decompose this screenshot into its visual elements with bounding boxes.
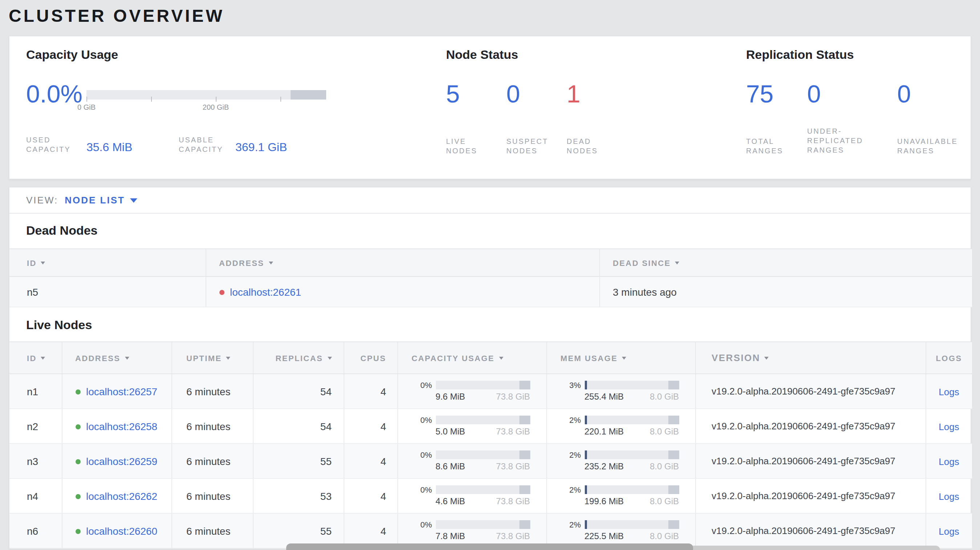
node-logs-link[interactable]: Logs xyxy=(939,526,959,537)
live-nodes-count: 5 xyxy=(446,80,506,108)
node-version: v19.2.0-alpha.20190606-2491-gfe735c9a97 xyxy=(695,443,926,478)
node-address-cell: localhost:26260 xyxy=(62,513,172,548)
node-address-link[interactable]: localhost:26257 xyxy=(86,386,157,398)
node-logs-link[interactable]: Logs xyxy=(939,386,959,397)
node-address-cell: localhost:26261 xyxy=(205,277,599,307)
node-mem-usage-cell: 2% 199.6 MiB 8.0 GiB xyxy=(546,478,695,513)
node-address-cell: localhost:26258 xyxy=(62,409,172,443)
live-node-row: n6 localhost:26260 6 minutes 55 4 0% 7.8… xyxy=(10,513,972,548)
capacity-axis-tick xyxy=(86,97,87,102)
dead-nodes-heading: Dead Nodes xyxy=(26,223,970,240)
mem-usage-fill xyxy=(584,416,587,424)
live-col-version[interactable]: VERSION xyxy=(695,342,926,374)
mem-used-value: 220.1 MiB xyxy=(584,426,624,437)
node-live-status-dot xyxy=(75,459,80,464)
live-node-row: n4 localhost:26262 6 minutes 53 4 0% 4.6… xyxy=(10,478,972,513)
dead-col-dead-since[interactable]: DEAD SINCE xyxy=(599,249,972,277)
capacity-total-value: 73.8 GiB xyxy=(496,426,530,437)
capacity-usage-bar xyxy=(436,416,530,424)
node-logs-cell: Logs xyxy=(926,443,972,478)
mem-total-value: 8.0 GiB xyxy=(650,496,679,506)
capacity-used-value: 5.0 MiB xyxy=(436,426,465,437)
live-col-cpus: CPUS xyxy=(344,342,398,374)
mem-usage-fill xyxy=(584,485,587,494)
capacity-percent: 0% xyxy=(412,416,432,424)
sort-arrow-icon xyxy=(124,356,129,359)
stat-under-replicated-ranges: 0 UNDER- REPLICATED RANGES xyxy=(807,80,897,156)
live-col-uptime[interactable]: UPTIME xyxy=(172,342,253,374)
under-replicated-ranges-label: UNDER- REPLICATED RANGES xyxy=(807,126,897,155)
node-logs-link[interactable]: Logs xyxy=(939,421,959,432)
replication-status-heading: Replication Status xyxy=(746,46,854,64)
live-col-logs: LOGS xyxy=(926,342,972,374)
usable-capacity-value: 369.1 GiB xyxy=(235,140,287,155)
mem-percent: 2% xyxy=(560,450,581,459)
node-address-link[interactable]: localhost:26261 xyxy=(230,287,301,298)
mem-usage-fill xyxy=(584,520,587,529)
capacity-used-value: 7.8 MiB xyxy=(436,531,465,541)
node-cpus: 4 xyxy=(344,409,398,443)
node-replicas: 54 xyxy=(253,374,344,409)
node-mem-usage-cell: 3% 255.4 MiB 8.0 GiB xyxy=(546,374,695,409)
mem-usage-fill xyxy=(584,450,587,459)
capacity-usage-bar xyxy=(436,450,530,459)
node-version: v19.2.0-alpha.20190606-2491-gfe735c9a97 xyxy=(695,409,926,443)
mem-total-value: 8.0 GiB xyxy=(650,531,679,541)
used-capacity-label: USED CAPACITY xyxy=(26,135,71,154)
node-capacity-usage-cell: 0% 4.6 MiB 73.8 GiB xyxy=(398,478,546,513)
node-logs-link[interactable]: Logs xyxy=(939,456,959,467)
suspect-nodes-label: SUSPECT NODES xyxy=(506,137,566,156)
live-col-mem-usage[interactable]: MEM USAGE xyxy=(546,342,695,374)
node-replicas: 55 xyxy=(253,513,344,548)
sort-arrow-icon xyxy=(269,261,273,264)
sort-arrow-icon xyxy=(41,356,45,359)
node-address-link[interactable]: localhost:26258 xyxy=(86,421,157,433)
used-capacity-value: 35.6 MiB xyxy=(86,140,132,155)
node-mem-usage-cell: 2% 220.1 MiB 8.0 GiB xyxy=(546,409,695,443)
node-version: v19.2.0-alpha.20190606-2491-gfe735c9a97 xyxy=(695,374,926,409)
node-replicas: 53 xyxy=(253,478,344,513)
node-version: v19.2.0-alpha.20190606-2491-gfe735c9a97 xyxy=(695,478,926,513)
view-bar: VIEW: NODE LIST xyxy=(10,188,970,214)
live-col-id[interactable]: ID xyxy=(10,342,62,374)
capacity-used-value: 9.6 MiB xyxy=(436,392,465,402)
node-address-link[interactable]: localhost:26262 xyxy=(86,491,157,502)
mem-usage-bar xyxy=(584,485,679,494)
node-capacity-usage-cell: 0% 8.6 MiB 73.8 GiB xyxy=(398,443,546,478)
mem-used-value: 235.2 MiB xyxy=(584,461,624,472)
unavailable-ranges-count: 0 xyxy=(897,80,978,108)
usable-capacity-label: USABLE CAPACITY xyxy=(179,135,223,154)
live-node-row: n1 localhost:26257 6 minutes 54 4 0% 9.6… xyxy=(10,374,972,409)
live-col-replicas[interactable]: REPLICAS xyxy=(253,342,344,374)
live-node-row: n3 localhost:26259 6 minutes 55 4 0% 8.6… xyxy=(10,443,972,478)
node-live-status-dot xyxy=(75,494,80,499)
capacity-total-value: 73.8 GiB xyxy=(496,392,530,402)
mem-total-value: 8.0 GiB xyxy=(650,461,679,472)
node-cpus: 4 xyxy=(344,443,398,478)
node-address-link[interactable]: localhost:26260 xyxy=(86,526,157,537)
node-replicas: 54 xyxy=(253,409,344,443)
view-label: VIEW: xyxy=(26,195,58,206)
dead-col-address[interactable]: ADDRESS xyxy=(205,249,599,277)
capacity-percent: 0% xyxy=(412,450,432,459)
node-logs-link[interactable]: Logs xyxy=(939,491,959,502)
node-id: n5 xyxy=(10,277,205,307)
dead-col-id[interactable]: ID xyxy=(10,249,205,277)
suspect-nodes-count: 0 xyxy=(506,80,566,108)
capacity-used-value: 8.6 MiB xyxy=(436,461,465,472)
sort-arrow-icon xyxy=(622,356,626,359)
live-col-address[interactable]: ADDRESS xyxy=(62,342,172,374)
stat-total-ranges: 75 TOTAL RANGES xyxy=(746,80,807,156)
view-mode-dropdown[interactable]: NODE LIST xyxy=(65,195,137,206)
dead-nodes-count: 1 xyxy=(566,80,632,108)
node-uptime: 6 minutes xyxy=(172,478,253,513)
node-address-link[interactable]: localhost:26259 xyxy=(86,456,157,467)
live-nodes-table: ID ADDRESS UPTIME REPLICAS CPUS CAPACITY… xyxy=(10,342,972,548)
mem-percent: 2% xyxy=(560,520,581,529)
capacity-usage-bar xyxy=(86,90,326,100)
live-col-capacity-usage[interactable]: CAPACITY USAGE xyxy=(398,342,546,374)
cluster-summary-card: Capacity Usage 0.0% 0 GiB 200 GiB USED C… xyxy=(9,36,971,180)
capacity-total-value: 73.8 GiB xyxy=(496,496,530,506)
dead-nodes-table: ID ADDRESS DEAD SINCE n5 localhost:26261… xyxy=(10,248,972,307)
capacity-percent: 0% xyxy=(412,381,432,389)
